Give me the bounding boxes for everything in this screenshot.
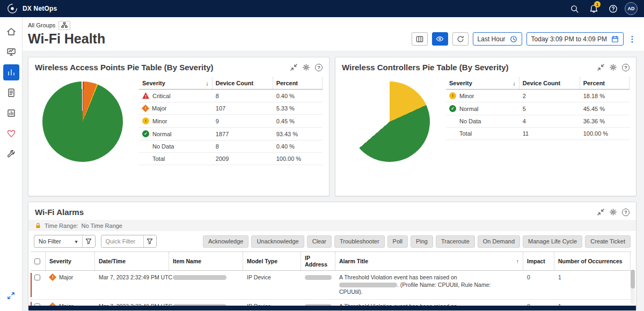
device-count: 1877 (213, 128, 273, 140)
percent-value: 5.33 % (273, 102, 323, 114)
severity-label: Minor (459, 93, 474, 99)
column-header-occurrences[interactable]: Number of Occurrences (558, 258, 623, 264)
page-header: All Groups Wi-Fi Health (23, 17, 644, 51)
table-row: Normal 1877 93.43 % (139, 128, 323, 140)
controllers-card: Wireless Controllers Pie Table (By Sever… (335, 57, 636, 196)
dashboard-layout-button[interactable] (412, 32, 428, 46)
collapse-widget-button[interactable] (290, 64, 297, 71)
collapse-widget-button[interactable] (597, 64, 604, 71)
sidebar-item-reports[interactable] (3, 105, 19, 121)
group-tree-button[interactable] (58, 21, 70, 30)
widget-settings-button[interactable] (610, 209, 617, 216)
date-range-picker[interactable]: Today 3:09 PM to 4:09 PM (526, 32, 624, 46)
column-header-severity[interactable]: Severity (49, 258, 71, 264)
question-icon (622, 209, 630, 216)
column-header-item-name[interactable]: Item Name (173, 258, 201, 264)
quick-filter-funnel-button[interactable] (143, 235, 156, 247)
view-mode-button[interactable] (432, 32, 448, 46)
severity-label: Critical (152, 93, 171, 99)
column-header-model-type[interactable]: Model Type (247, 258, 277, 264)
device-count: 2009 (213, 153, 273, 165)
column-header-impact[interactable]: Impact (527, 258, 545, 264)
clock-icon (510, 35, 517, 43)
quick-filter-input[interactable] (101, 238, 143, 245)
select-all-checkbox[interactable] (34, 258, 40, 264)
widget-help-button[interactable] (622, 209, 630, 216)
critical-icon (142, 92, 149, 99)
page-menu-button[interactable] (628, 34, 636, 44)
collapse-icon (597, 209, 604, 216)
table-row: Major 107 5.33 % (139, 102, 323, 115)
column-header-percent[interactable]: Percent (276, 80, 298, 86)
device-count: 9 (213, 115, 273, 127)
page-title: Wi-Fi Health (28, 31, 105, 47)
major-icon (49, 273, 56, 281)
filter-funnel-button[interactable] (82, 235, 95, 247)
filter-select[interactable]: No Filter (34, 235, 96, 248)
traceroute-button[interactable]: Traceroute (436, 235, 475, 248)
column-header-ip-address[interactable]: IP Address (305, 255, 331, 268)
poll-button[interactable]: Poll (387, 235, 408, 248)
column-header-alarm-title[interactable]: Alarm Title (339, 258, 368, 264)
troubleshooter-button[interactable]: Troubleshooter (334, 235, 385, 248)
search-button[interactable] (567, 1, 582, 16)
widget-help-button[interactable] (622, 64, 630, 71)
ping-button[interactable]: Ping (411, 235, 433, 248)
vertical-scrollbar[interactable] (631, 270, 635, 304)
column-header-device-count[interactable]: Device Count (523, 80, 560, 86)
eye-icon (436, 35, 444, 43)
breadcrumb[interactable]: All Groups (28, 22, 55, 28)
column-header-datetime[interactable]: Date/Time (99, 258, 126, 264)
collapse-widget-button[interactable] (597, 209, 604, 216)
notifications-button[interactable]: 1 (586, 1, 601, 16)
unacknowledge-button[interactable]: Unacknowledge (251, 235, 304, 248)
help-button[interactable] (605, 1, 620, 16)
table-row: Minor 9 0.45 % (139, 115, 323, 128)
widget-settings-button[interactable] (303, 64, 310, 71)
widget-settings-button[interactable] (610, 64, 617, 71)
collapse-icon (290, 64, 297, 71)
tools-wrench-icon (6, 149, 16, 159)
redacted-item-name (173, 275, 226, 280)
column-header-severity[interactable]: Severity (142, 80, 165, 86)
acknowledge-button[interactable]: Acknowledge (203, 235, 248, 248)
scrollbar-thumb[interactable] (631, 270, 635, 288)
sidebar-item-health[interactable] (3, 125, 19, 142)
sidebar-item-home[interactable] (3, 24, 19, 40)
table-row: Minor 2 18.18 % (446, 90, 630, 102)
column-header-severity[interactable]: Severity (449, 80, 472, 86)
manage-life-cycle-button[interactable]: Manage Life Cycle (523, 235, 582, 248)
sidebar-item-performance[interactable] (3, 64, 19, 80)
controllers-severity-table: Severity Device Count Percent Minor 2 18… (446, 77, 630, 162)
alarm-row[interactable]: Major Mar 7, 2023 2:32:49 PM UTC IP Devi… (31, 271, 631, 300)
sidebar-item-inventory[interactable] (3, 85, 19, 101)
redacted-device-name (339, 283, 397, 287)
device-count: 2 (519, 90, 580, 102)
sidebar-item-monitor[interactable] (3, 44, 19, 60)
on-demand-button[interactable]: On Demand (478, 235, 520, 248)
total-label: Total (459, 130, 472, 137)
sidebar-expand-button[interactable] (3, 287, 19, 303)
percent-value: 0.45 % (273, 115, 323, 127)
alarms-table-header: Severity Date/Time Item Name Model Type … (31, 251, 631, 271)
refresh-button[interactable] (452, 32, 469, 46)
normal-icon (449, 105, 456, 112)
user-avatar[interactable]: AD (625, 2, 638, 15)
sort-down-icon (513, 80, 516, 86)
column-header-percent[interactable]: Percent (583, 80, 605, 86)
percent-value: 18.18 % (580, 90, 630, 102)
severity-label: Minor (152, 118, 167, 124)
access-points-pie-chart (42, 82, 123, 162)
total-label: Total (152, 156, 165, 162)
column-header-device-count[interactable]: Device Count (216, 80, 253, 86)
clear-button[interactable]: Clear (307, 235, 332, 248)
card-title: Wi-Fi Alarms (35, 208, 84, 217)
sidebar-item-tools[interactable] (3, 146, 19, 162)
percent-value: 93.43 % (273, 128, 323, 140)
widget-help-button[interactable] (315, 64, 323, 71)
create-ticket-button[interactable]: Create Ticket (585, 235, 631, 248)
time-range-select[interactable]: Last Hour (473, 32, 522, 46)
gear-icon (610, 64, 617, 71)
sort-down-icon (206, 80, 209, 86)
row-checkbox[interactable] (34, 275, 40, 280)
